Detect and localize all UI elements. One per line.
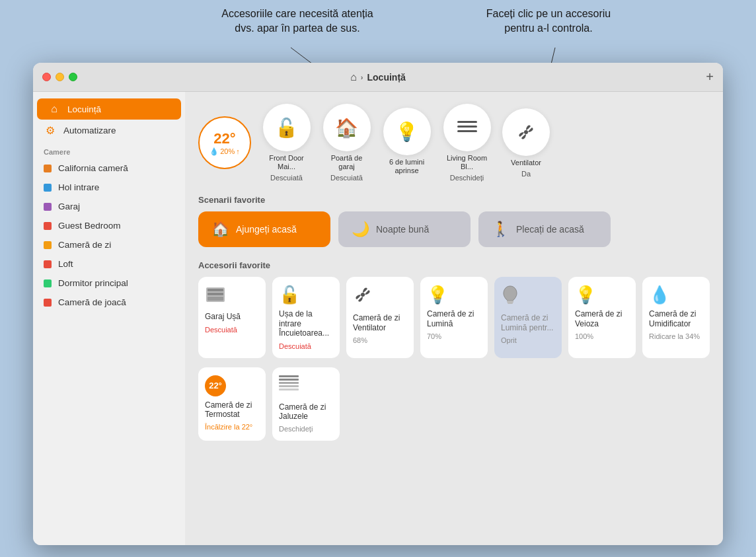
main-layout: ⌂ Locuință ⚙ Automatizare Camere Califor… (33, 92, 723, 545)
top-acc-front-door[interactable]: 🔓 Front Door Mai... Descuiată (262, 104, 311, 182)
maximize-button[interactable] (69, 73, 77, 81)
acc-icon-ventilator-zi (353, 285, 407, 309)
svg-rect-9 (208, 297, 223, 301)
tooltip-left: Accesoriile care necesită atenția dvs. a… (211, 7, 383, 36)
acc-icon-termostat: 22° (205, 375, 259, 396)
acc-icon-veioza: 💡 (575, 285, 629, 305)
acc-icon-umidificator: 💧 (649, 285, 703, 305)
sidebar-item-camera-zi[interactable]: Cameră de zi (33, 235, 185, 254)
acc-status-termostat: Încălzire la 22° (205, 423, 259, 431)
rooms-section-label: Camere (33, 141, 185, 159)
svg-rect-12 (508, 303, 513, 304)
acc-lumina-pentr[interactable]: Cameră de zi Lumină pentr... Oprit (494, 277, 562, 357)
svg-rect-7 (208, 289, 223, 291)
acc-status-umidificator: Ridicare la 34% (649, 332, 703, 340)
temp-humidity: 💧 20% ↑ (209, 147, 240, 156)
top-acc-icon-ventilator (502, 108, 550, 156)
acc-usa-intrare[interactable]: 🔓 Ușa de la intrare Încuietoarea... Desc… (272, 277, 340, 357)
room-color-hol (44, 184, 52, 192)
room-color-garaj (44, 203, 52, 211)
room-color-joaca (44, 299, 52, 307)
tooltip-right: Faceți clic pe un accesoriu pentru a-l c… (463, 7, 634, 36)
acc-name-jaluzele: Cameră de zi Jaluzele (279, 402, 333, 422)
favorites-row1: Garaj Ușă Descuiată 🔓 Ușa de la intrare … (198, 277, 710, 357)
scenarios-row: 🏠 Ajungeți acasă 🌙 Noapte bună 🚶 Plecați… (198, 211, 710, 247)
temperature-widget[interactable]: 22° 💧 20% ↑ (198, 116, 251, 169)
svg-rect-11 (507, 301, 513, 303)
top-acc-icon-living (443, 104, 491, 151)
acc-lumina-zi[interactable]: 💡 Cameră de zi Lumină 70% (420, 277, 488, 357)
acc-jaluzele[interactable]: Cameră de zi Jaluzele Deschideți (272, 367, 340, 441)
close-button[interactable] (42, 73, 51, 81)
acc-icon-garaj-usa (205, 285, 259, 308)
minimize-button[interactable] (56, 73, 64, 81)
svg-rect-15 (279, 382, 299, 384)
acc-ventilator-zi[interactable]: Cameră de zi Ventilator 68% (346, 277, 414, 357)
gear-icon: ⚙ (44, 124, 57, 137)
acc-status-ventilator-zi: 68% (353, 336, 407, 344)
top-acc-ventilator[interactable]: Ventilator Da (502, 108, 550, 178)
sidebar-item-loft[interactable]: Loft (33, 254, 185, 274)
scenario-icon-noapte: 🌙 (352, 221, 369, 238)
svg-point-5 (524, 130, 528, 134)
room-color-california (44, 165, 52, 172)
acc-umidificator[interactable]: 💧 Cameră de zi Umidificator Ridicare la … (642, 277, 710, 357)
acc-name-garaj-usa: Garaj Ușă (205, 312, 259, 321)
sidebar-item-hol[interactable]: Hol intrare (33, 178, 185, 197)
acc-name-ventilator-zi: Cameră de zi Ventilator (353, 313, 407, 332)
traffic-lights (42, 73, 77, 81)
top-acc-name-ventilator: Ventilator (511, 159, 541, 167)
svg-rect-3 (457, 126, 477, 128)
top-acc-icon-lumini: 💡 (383, 108, 431, 155)
sidebar-item-locuinta[interactable]: ⌂ Locuință (37, 98, 181, 120)
home-icon[interactable]: ⌂ (350, 71, 357, 83)
room-color-loft (44, 260, 52, 268)
sidebar-item-automatizare[interactable]: ⚙ Automatizare (33, 120, 185, 141)
acc-icon-jaluzele (279, 375, 333, 398)
sidebar-item-california[interactable]: California cameră (33, 159, 185, 178)
sidebar-item-dormitor[interactable]: Dormitor principal (33, 274, 185, 293)
scenario-noapte[interactable]: 🌙 Noapte bună (338, 211, 471, 247)
top-acc-name-living: Living Room Bl... (442, 154, 492, 171)
temp-value: 22° (213, 130, 235, 147)
acc-name-lumina-zi: Cameră de zi Lumină (427, 309, 481, 328)
top-acc-lumini[interactable]: 💡 6 de lumini aprinse (382, 108, 432, 178)
add-button[interactable]: + (706, 69, 714, 85)
svg-rect-17 (279, 389, 299, 390)
top-acc-living[interactable]: Living Room Bl... Deschideți (442, 104, 492, 182)
top-acc-name-front-door: Front Door Mai... (262, 154, 311, 171)
sidebar-item-joaca[interactable]: Cameră de joacă (33, 293, 185, 312)
room-color-dormitor (44, 279, 52, 287)
top-acc-status-front-door: Descuiată (270, 174, 303, 182)
sidebar: ⌂ Locuință ⚙ Automatizare Camere Califor… (33, 92, 185, 545)
chevron-icon: › (361, 73, 363, 81)
svg-rect-16 (279, 385, 299, 387)
humidity-value: 20% (220, 147, 235, 155)
acc-garaj-usa[interactable]: Garaj Ușă Descuiată (198, 277, 266, 357)
acc-status-garaj-usa: Descuiată (205, 326, 259, 334)
main-window: ⌂ › Locuință + ⌂ Locuință ⚙ Automatizare… (33, 63, 723, 545)
temp-arrow-icon: ↑ (236, 147, 240, 155)
svg-rect-8 (208, 293, 223, 295)
sidebar-item-guest[interactable]: Guest Bedroom (33, 216, 185, 235)
acc-status-veioza: 100% (575, 332, 629, 340)
scenario-plecat[interactable]: 🚶 Plecați de acasă (478, 211, 611, 247)
house-icon: ⌂ (48, 103, 61, 115)
favorites-row2: 22° Cameră de zi Termostat Încălzire la … (198, 367, 710, 441)
svg-rect-13 (279, 375, 299, 377)
acc-termostat[interactable]: 22° Cameră de zi Termostat Încălzire la … (198, 367, 266, 441)
top-acc-status-ventilator: Da (521, 170, 531, 178)
scenario-acasa[interactable]: 🏠 Ajungeți acasă (198, 211, 330, 247)
acc-status-usa-intrare: Descuiată (279, 342, 333, 350)
acc-name-veioza: Cameră de zi Veioza (575, 309, 629, 328)
scenario-label-acasa: Ajungeți acasă (236, 224, 297, 235)
sidebar-item-garaj[interactable]: Garaj (33, 197, 185, 216)
room-label-california: California cameră (58, 163, 128, 173)
humidity-drop-icon: 💧 (209, 147, 219, 156)
top-acc-name-poarta: Poartă de garaj (322, 154, 371, 171)
tooltip-right-line2: pentru a-l controla. (504, 22, 592, 34)
top-acc-poarta[interactable]: 🏠 Poartă de garaj Descuiată (322, 104, 371, 182)
acc-veioza[interactable]: 💡 Cameră de zi Veioza 100% (568, 277, 636, 357)
content-area: 22° 💧 20% ↑ 🔓 Front Door Mai... Descuiat… (185, 92, 723, 545)
room-color-camera-zi (44, 241, 52, 249)
